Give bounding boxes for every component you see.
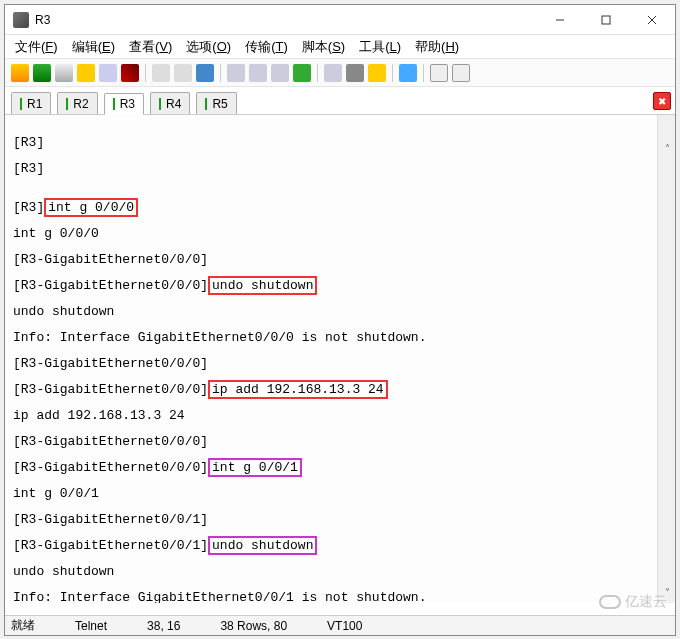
toolbar-separator	[317, 64, 318, 82]
close-icon: ✖	[658, 96, 666, 107]
status-term-type: VT100	[327, 619, 362, 633]
menu-help[interactable]: 帮助(H)	[415, 38, 459, 56]
line: [R3]	[13, 136, 671, 149]
tb-icon-6[interactable]	[121, 64, 139, 82]
toolbar	[5, 59, 675, 87]
menubar: 文件(F) 编辑(E) 查看(V) 选项(O) 传输(T) 脚本(S) 工具(L…	[5, 35, 675, 59]
status-protocol: Telnet	[75, 619, 107, 633]
tab-label: R5	[212, 97, 227, 111]
cmd-int-g001: int g 0/0/1	[208, 458, 302, 477]
menu-edit[interactable]: 编辑(E)	[72, 38, 115, 56]
tb-icon-1[interactable]	[11, 64, 29, 82]
watermark-text: 亿速云	[625, 593, 667, 611]
vertical-scrollbar[interactable]: ˄ ˅	[657, 115, 675, 603]
tab-r3[interactable]: R3	[104, 93, 144, 115]
cloud-icon	[599, 595, 621, 609]
tb-icon-15[interactable]	[346, 64, 364, 82]
menu-script[interactable]: 脚本(S)	[302, 38, 345, 56]
line: Info: Interface GigabitEthernet0/0/1 is …	[13, 591, 671, 603]
statusbar: 就绪 Telnet 38, 16 38 Rows, 80 VT100	[5, 615, 675, 635]
tb-icon-19[interactable]	[452, 64, 470, 82]
terminal-output[interactable]: [R3] [R3] [R3]int g 0/0/0 int g 0/0/0 [R…	[5, 115, 675, 603]
menu-file[interactable]: 文件(F)	[15, 38, 58, 56]
app-icon	[13, 12, 29, 28]
tab-label: R1	[27, 97, 42, 111]
tb-icon-2[interactable]	[33, 64, 51, 82]
tb-icon-5[interactable]	[99, 64, 117, 82]
menu-transfer[interactable]: 传输(T)	[245, 38, 288, 56]
tab-r4[interactable]: R4	[150, 92, 190, 114]
titlebar: R3	[5, 5, 675, 35]
cmd-int-g000: int g 0/0/0	[44, 198, 138, 217]
line: undo shutdown	[13, 305, 671, 318]
status-bar-icon	[159, 98, 161, 110]
cmd-undo-shutdown: undo shutdown	[208, 536, 317, 555]
app-window: R3 文件(F) 编辑(E) 查看(V) 选项(O) 传输(T) 脚本(S) 工…	[4, 4, 676, 636]
line: [R3-GigabitEthernet0/0/0]undo shutdown	[13, 279, 671, 292]
tb-icon-13[interactable]	[293, 64, 311, 82]
tab-r2[interactable]: R2	[57, 92, 97, 114]
line: Info: Interface GigabitEthernet0/0/0 is …	[13, 331, 671, 344]
line: int g 0/0/1	[13, 487, 671, 500]
scroll-up-button[interactable]: ˄	[658, 141, 675, 159]
close-button[interactable]	[629, 5, 675, 35]
line: [R3]int g 0/0/0	[13, 201, 671, 214]
line: [R3-GigabitEthernet0/0/0]	[13, 435, 671, 448]
toolbar-separator	[392, 64, 393, 82]
tb-icon-8[interactable]	[174, 64, 192, 82]
tb-icon-18[interactable]	[430, 64, 448, 82]
line: [R3]	[13, 162, 671, 175]
tab-label: R4	[166, 97, 181, 111]
line: [R3-GigabitEthernet0/0/0]	[13, 253, 671, 266]
line: undo shutdown	[13, 565, 671, 578]
window-title: R3	[35, 13, 537, 27]
chevron-up-icon: ˄	[665, 145, 670, 155]
line: [R3-GigabitEthernet0/0/0]ip add 192.168.…	[13, 383, 671, 396]
close-icon	[647, 15, 657, 25]
line: [R3-GigabitEthernet0/0/1]	[13, 513, 671, 526]
line: [R3-GigabitEthernet0/0/0]	[13, 357, 671, 370]
svg-rect-0	[602, 16, 610, 24]
status-bar-icon	[113, 98, 115, 110]
toolbar-separator	[145, 64, 146, 82]
line: [R3-GigabitEthernet0/0/1]undo shutdown	[13, 539, 671, 552]
status-bar-icon	[205, 98, 207, 110]
tb-icon-17[interactable]	[399, 64, 417, 82]
maximize-button[interactable]	[583, 5, 629, 35]
tab-label: R3	[120, 97, 135, 111]
status-bar-icon	[66, 98, 68, 110]
tb-icon-14[interactable]	[324, 64, 342, 82]
menu-view[interactable]: 查看(V)	[129, 38, 172, 56]
tab-r5[interactable]: R5	[196, 92, 236, 114]
toolbar-separator	[220, 64, 221, 82]
tab-close-button[interactable]: ✖	[653, 92, 671, 110]
tb-icon-9[interactable]	[196, 64, 214, 82]
session-tabbar: R1 R2 R3 R4 R5 ✖	[5, 87, 675, 115]
tb-icon-12[interactable]	[271, 64, 289, 82]
status-size: 38 Rows, 80	[220, 619, 287, 633]
minimize-button[interactable]	[537, 5, 583, 35]
status-cursor-pos: 38, 16	[147, 619, 180, 633]
tb-icon-3[interactable]	[55, 64, 73, 82]
minimize-icon	[555, 15, 565, 25]
cmd-ip-add: ip add 192.168.13.3 24	[208, 380, 388, 399]
status-bar-icon	[20, 98, 22, 110]
line: int g 0/0/0	[13, 227, 671, 240]
tab-label: R2	[73, 97, 88, 111]
tb-icon-11[interactable]	[249, 64, 267, 82]
cmd-undo-shutdown: undo shutdown	[208, 276, 317, 295]
watermark: 亿速云	[599, 593, 667, 611]
toolbar-separator	[423, 64, 424, 82]
tb-icon-16[interactable]	[368, 64, 386, 82]
tb-icon-10[interactable]	[227, 64, 245, 82]
maximize-icon	[601, 15, 611, 25]
tab-r1[interactable]: R1	[11, 92, 51, 114]
menu-options[interactable]: 选项(O)	[186, 38, 231, 56]
tb-icon-4[interactable]	[77, 64, 95, 82]
line: ip add 192.168.13.3 24	[13, 409, 671, 422]
line: [R3-GigabitEthernet0/0/0]int g 0/0/1	[13, 461, 671, 474]
status-ready: 就绪	[11, 617, 35, 634]
tb-icon-7[interactable]	[152, 64, 170, 82]
menu-tools[interactable]: 工具(L)	[359, 38, 401, 56]
